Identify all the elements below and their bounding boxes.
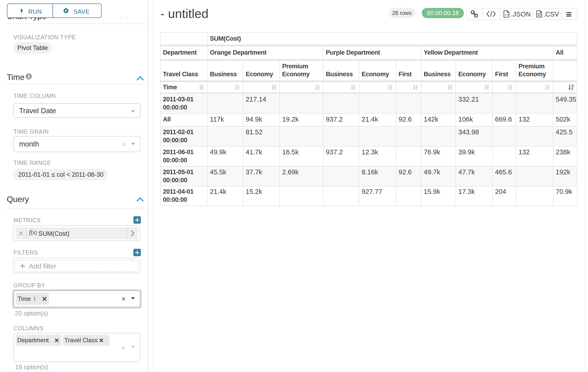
- svg-text:</>: </>: [504, 13, 509, 17]
